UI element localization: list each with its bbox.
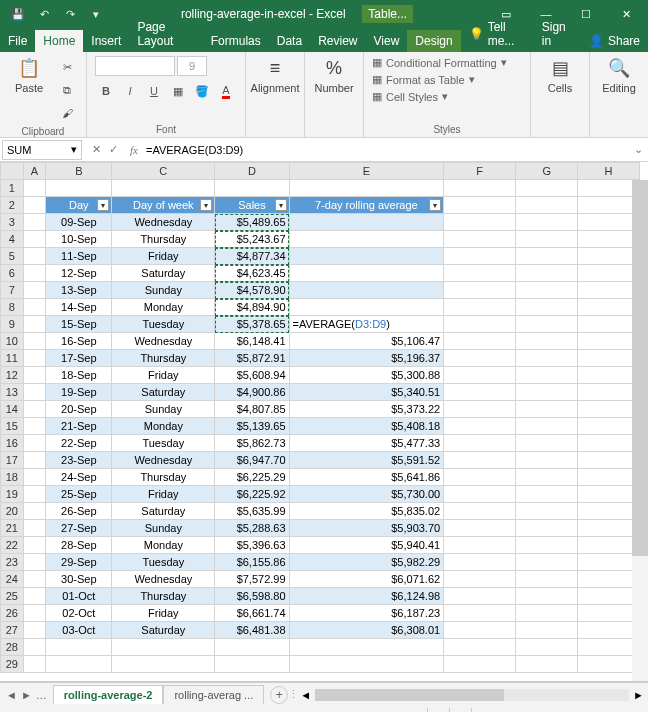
scroll-right-icon[interactable]: ► [633, 689, 644, 701]
cell[interactable] [578, 231, 640, 248]
cell[interactable] [23, 486, 46, 503]
cell[interactable] [444, 537, 516, 554]
cell[interactable]: 11-Sep [46, 248, 112, 265]
cell[interactable]: Sunday [112, 282, 215, 299]
cell[interactable] [23, 639, 46, 656]
cell[interactable] [444, 486, 516, 503]
row-header[interactable]: 24 [1, 571, 24, 588]
cell[interactable] [23, 214, 46, 231]
expand-formula-bar-icon[interactable]: ⌄ [628, 143, 648, 156]
cell[interactable]: 15-Sep [46, 316, 112, 333]
cell[interactable]: Saturday [112, 503, 215, 520]
cell[interactable] [444, 520, 516, 537]
cell[interactable] [578, 265, 640, 282]
cell[interactable]: Tuesday [112, 554, 215, 571]
cell[interactable] [578, 503, 640, 520]
cell[interactable] [516, 197, 578, 214]
cell[interactable]: $5,288.63 [215, 520, 289, 537]
cell[interactable]: $5,730.00 [289, 486, 444, 503]
undo-icon[interactable]: ↶ [34, 4, 54, 24]
cell[interactable] [578, 639, 640, 656]
cell[interactable] [578, 299, 640, 316]
cell[interactable]: $6,225.92 [215, 486, 289, 503]
row-header[interactable]: 5 [1, 248, 24, 265]
row-header[interactable]: 23 [1, 554, 24, 571]
cell[interactable]: Saturday [112, 622, 215, 639]
table-header-cell[interactable]: Sales▾ [215, 197, 289, 214]
worksheet[interactable]: ABCDEFGH12Day▾Day of week▾Sales▾7-day ro… [0, 162, 648, 682]
tab-design[interactable]: Design [407, 30, 460, 52]
cell[interactable] [578, 180, 640, 197]
cell[interactable] [578, 401, 640, 418]
cell[interactable] [516, 588, 578, 605]
cell[interactable] [578, 622, 640, 639]
cell[interactable]: Monday [112, 537, 215, 554]
cell[interactable] [23, 282, 46, 299]
cell[interactable]: $5,396.63 [215, 537, 289, 554]
cell[interactable] [578, 282, 640, 299]
row-header[interactable]: 25 [1, 588, 24, 605]
row-header[interactable]: 6 [1, 265, 24, 282]
cell[interactable] [23, 333, 46, 350]
underline-button[interactable]: U [143, 80, 165, 102]
italic-button[interactable]: I [119, 80, 141, 102]
cell[interactable]: $5,477.33 [289, 435, 444, 452]
column-header[interactable]: D [215, 163, 289, 180]
tell-me[interactable]: 💡 Tell me... [461, 16, 534, 52]
cell[interactable]: 30-Sep [46, 571, 112, 588]
tab-pagelayout[interactable]: Page Layout [129, 16, 202, 52]
cell[interactable]: 02-Oct [46, 605, 112, 622]
cell[interactable]: $6,308.01 [289, 622, 444, 639]
cell[interactable] [289, 214, 444, 231]
qat-customize-icon[interactable]: ▾ [86, 4, 106, 24]
row-header[interactable]: 27 [1, 622, 24, 639]
row-header[interactable]: 17 [1, 452, 24, 469]
cut-icon[interactable]: ✂ [56, 56, 78, 78]
cell[interactable]: 27-Sep [46, 520, 112, 537]
cell[interactable] [444, 333, 516, 350]
cell[interactable] [23, 418, 46, 435]
tab-review[interactable]: Review [310, 30, 365, 52]
cell[interactable]: Friday [112, 605, 215, 622]
alignment-button[interactable]: ≡ Alignment [254, 56, 296, 94]
cell[interactable] [289, 656, 444, 673]
cell[interactable] [516, 265, 578, 282]
cell[interactable]: Friday [112, 367, 215, 384]
cell[interactable] [516, 350, 578, 367]
cell[interactable] [23, 605, 46, 622]
cell[interactable] [578, 435, 640, 452]
sheet-tab[interactable]: rolling-averag ... [163, 685, 264, 704]
cell[interactable] [23, 622, 46, 639]
cell[interactable] [23, 537, 46, 554]
cell[interactable] [112, 639, 215, 656]
cell[interactable] [444, 605, 516, 622]
row-header[interactable]: 28 [1, 639, 24, 656]
cell[interactable] [444, 231, 516, 248]
close-icon[interactable]: ✕ [608, 0, 644, 28]
cell[interactable] [289, 180, 444, 197]
cell[interactable]: 12-Sep [46, 265, 112, 282]
filter-dropdown-icon[interactable]: ▾ [97, 199, 109, 211]
cell[interactable]: $6,661.74 [215, 605, 289, 622]
cell[interactable] [444, 367, 516, 384]
border-icon[interactable]: ▦ [167, 80, 189, 102]
tab-data[interactable]: Data [269, 30, 310, 52]
row-header[interactable]: 3 [1, 214, 24, 231]
cell[interactable]: Wednesday [112, 571, 215, 588]
cell[interactable]: 22-Sep [46, 435, 112, 452]
column-header[interactable]: E [289, 163, 444, 180]
cell[interactable]: Saturday [112, 265, 215, 282]
cell[interactable] [578, 384, 640, 401]
tab-insert[interactable]: Insert [83, 30, 129, 52]
cell[interactable] [23, 452, 46, 469]
cell[interactable] [444, 197, 516, 214]
cell[interactable] [516, 367, 578, 384]
table-header-cell[interactable]: Day of week▾ [112, 197, 215, 214]
column-header[interactable]: C [112, 163, 215, 180]
number-button[interactable]: % Number [313, 56, 355, 94]
share-button[interactable]: 👤 Share [581, 30, 648, 52]
chevron-down-icon[interactable]: ▾ [71, 143, 77, 156]
cell[interactable]: $6,071.62 [289, 571, 444, 588]
cell[interactable]: $5,608.94 [215, 367, 289, 384]
cell[interactable]: Sunday [112, 520, 215, 537]
